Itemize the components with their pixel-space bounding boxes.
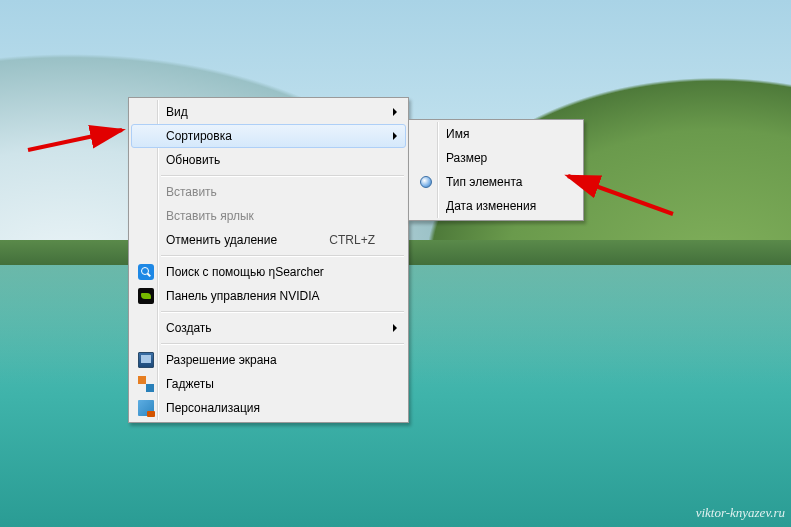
submenu-arrow-icon <box>393 108 397 116</box>
menu-item-refresh[interactable]: Обновить <box>131 148 406 172</box>
search-icon <box>138 264 154 280</box>
menu-separator <box>161 311 404 313</box>
sort-by-date-modified[interactable]: Дата изменения <box>411 194 581 218</box>
menu-separator <box>161 255 404 257</box>
desktop-context-menu: Вид Сортировка Обновить Вставить Вставит… <box>128 97 409 423</box>
menu-item-personalization[interactable]: Персонализация <box>131 396 406 420</box>
menu-item-label: Вставить <box>166 185 217 199</box>
menu-item-nvidia-panel[interactable]: Панель управления NVIDIA <box>131 284 406 308</box>
menu-item-screen-resolution[interactable]: Разрешение экрана <box>131 348 406 372</box>
menu-item-gadgets[interactable]: Гаджеты <box>131 372 406 396</box>
menu-item-label: Поиск с помощью ηSearcher <box>166 265 324 279</box>
menu-separator <box>161 175 404 177</box>
menu-item-paste-shortcut: Вставить ярлык <box>131 204 406 228</box>
desktop-wallpaper[interactable]: Вид Сортировка Обновить Вставить Вставит… <box>0 0 791 527</box>
sort-by-type[interactable]: Тип элемента <box>411 170 581 194</box>
nvidia-icon <box>138 288 154 304</box>
sort-by-size[interactable]: Размер <box>411 146 581 170</box>
menu-item-paste: Вставить <box>131 180 406 204</box>
menu-item-label: Дата изменения <box>446 199 536 213</box>
menu-item-create[interactable]: Создать <box>131 316 406 340</box>
menu-item-label: Сортировка <box>166 129 232 143</box>
menu-separator <box>161 343 404 345</box>
sort-by-name[interactable]: Имя <box>411 122 581 146</box>
menu-item-label: Обновить <box>166 153 220 167</box>
personalization-icon <box>138 400 154 416</box>
menu-item-label: Гаджеты <box>166 377 214 391</box>
menu-item-nsearcher[interactable]: Поиск с помощью ηSearcher <box>131 260 406 284</box>
menu-item-label: Отменить удаление <box>166 233 277 247</box>
submenu-arrow-icon <box>393 132 397 140</box>
menu-item-undo-delete[interactable]: Отменить удаление CTRL+Z <box>131 228 406 252</box>
menu-item-label: Вставить ярлык <box>166 209 254 223</box>
submenu-arrow-icon <box>393 324 397 332</box>
sort-submenu: Имя Размер Тип элемента Дата изменения <box>408 119 584 221</box>
menu-item-label: Имя <box>446 127 469 141</box>
menu-item-label: Размер <box>446 151 487 165</box>
menu-item-label: Тип элемента <box>446 175 522 189</box>
menu-item-shortcut: CTRL+Z <box>305 233 375 247</box>
radio-selected-icon <box>418 174 434 190</box>
menu-item-sort[interactable]: Сортировка <box>131 124 406 148</box>
monitor-icon <box>138 352 154 368</box>
menu-item-label: Панель управления NVIDIA <box>166 289 320 303</box>
menu-item-view[interactable]: Вид <box>131 100 406 124</box>
menu-item-label: Персонализация <box>166 401 260 415</box>
menu-item-label: Создать <box>166 321 212 335</box>
menu-item-label: Разрешение экрана <box>166 353 277 367</box>
menu-item-label: Вид <box>166 105 188 119</box>
gadgets-icon <box>138 376 154 392</box>
